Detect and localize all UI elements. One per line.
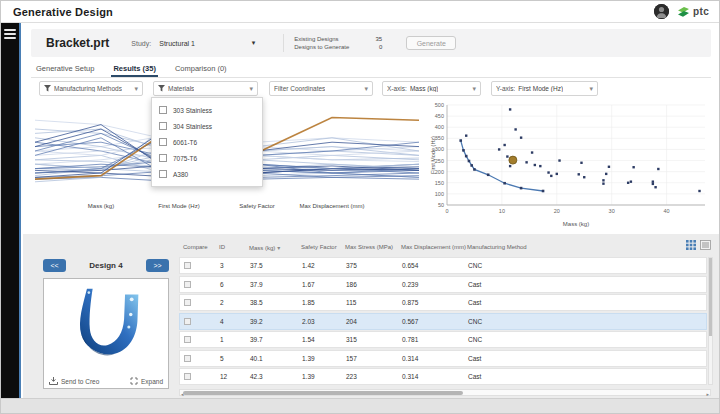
materials-option[interactable]: 7075-T6 — [152, 150, 262, 166]
scatter-point[interactable] — [605, 173, 607, 175]
checkbox-icon[interactable] — [159, 122, 167, 130]
scatter-point[interactable] — [657, 168, 659, 170]
scatter-point[interactable] — [652, 180, 654, 182]
table-horizontal-scrollbar[interactable]: ◂ ▸ — [179, 389, 711, 396]
materials-option-label: 7075-T6 — [173, 155, 197, 162]
table-vertical-scrollbar[interactable] — [708, 257, 713, 385]
checkbox-icon[interactable] — [159, 154, 167, 162]
materials-dropdown[interactable]: Materials ▾ — [153, 81, 258, 96]
scrollbar-thumb[interactable] — [183, 391, 463, 395]
svg-text:10: 10 — [499, 208, 505, 214]
table-row[interactable]: 439.22.032040.567CNC — [179, 313, 707, 330]
table-row[interactable]: 637.91.671860.239Cast — [179, 276, 707, 293]
scatter-point[interactable] — [509, 165, 511, 167]
table-row[interactable]: 337.51.423750.654CNC — [179, 257, 707, 274]
scroll-right-arrow[interactable]: ▸ — [706, 391, 709, 397]
y-axis-dropdown[interactable]: Y-axis: First Mode (Hz) ▾ — [491, 81, 598, 96]
scatter-point[interactable] — [558, 159, 560, 161]
pareto-point[interactable] — [465, 155, 468, 158]
generate-button[interactable]: Generate — [406, 36, 456, 50]
svg-text:300: 300 — [435, 146, 444, 152]
scatter-point[interactable] — [539, 165, 541, 167]
pareto-point[interactable] — [459, 139, 462, 142]
selected-design-point[interactable] — [509, 156, 517, 164]
scatter-point[interactable] — [520, 136, 522, 138]
pareto-point[interactable] — [473, 168, 476, 171]
scatter-point[interactable] — [525, 161, 527, 163]
tab-comparison[interactable]: Comparison (0) — [173, 61, 229, 77]
scatter-point[interactable] — [503, 144, 505, 146]
pareto-point[interactable] — [487, 173, 490, 176]
send-to-creo-button[interactable]: Send to Creo — [49, 377, 99, 385]
compare-checkbox[interactable] — [184, 262, 191, 269]
tab-generative-setup[interactable]: Generative Setup — [34, 61, 96, 77]
table-row[interactable]: 139.71.543150.781CNC — [179, 331, 707, 348]
checkbox-icon[interactable] — [159, 106, 167, 114]
user-avatar[interactable] — [654, 4, 669, 19]
scatter-point[interactable] — [630, 180, 632, 182]
x-axis-label: X-axis: — [387, 85, 407, 92]
send-to-creo-label: Send to Creo — [61, 378, 99, 385]
compare-checkbox[interactable] — [184, 373, 191, 380]
compare-checkbox[interactable] — [184, 299, 191, 306]
expand-button[interactable]: Expand — [130, 377, 163, 385]
scatter-point[interactable] — [698, 190, 700, 192]
scatter-point[interactable] — [514, 128, 516, 130]
compare-cell — [180, 299, 216, 306]
scatter-point[interactable] — [547, 171, 549, 173]
pareto-point[interactable] — [468, 160, 471, 163]
materials-option[interactable]: 304 Stainless — [152, 118, 262, 134]
compare-checkbox[interactable] — [184, 318, 191, 325]
compare-checkbox[interactable] — [184, 355, 191, 362]
scatter-point[interactable] — [627, 182, 629, 184]
checkbox-icon[interactable] — [159, 138, 167, 146]
study-select[interactable]: Structural 1 ▾ — [157, 37, 257, 49]
scatter-point[interactable] — [632, 166, 634, 168]
page-title: Generative Design — [13, 6, 113, 18]
scatter-plot[interactable]: 50100150200250300350400450500010203040Ma… — [429, 99, 713, 231]
scatter-point[interactable] — [580, 162, 582, 164]
pareto-point[interactable] — [462, 149, 465, 152]
materials-option[interactable]: 6061-T6 — [152, 134, 262, 150]
scatter-point[interactable] — [602, 179, 604, 181]
compare-checkbox[interactable] — [184, 281, 191, 288]
scatter-point[interactable] — [578, 173, 580, 175]
column-header[interactable]: Mass (kg)▾ — [245, 242, 297, 253]
manufacturing-methods-dropdown[interactable]: Manufacturing Methods ▾ — [39, 81, 143, 96]
scatter-point[interactable] — [531, 151, 533, 153]
pareto-point[interactable] — [470, 164, 473, 167]
mass-cell: 40.1 — [246, 355, 298, 362]
disp-cell: 0.654 — [398, 262, 464, 269]
scrollbar-thumb[interactable] — [709, 258, 712, 336]
tab-results[interactable]: Results (35) — [111, 61, 158, 77]
table-row[interactable]: 540.11.391570.314Cast — [179, 350, 707, 367]
scatter-point[interactable] — [602, 182, 604, 184]
menu-icon[interactable] — [4, 29, 16, 39]
table-row[interactable]: 1242.31.392230.314Cast — [179, 368, 707, 385]
compare-checkbox[interactable] — [184, 336, 191, 343]
scatter-point[interactable] — [583, 176, 585, 178]
scatter-point[interactable] — [608, 166, 610, 168]
next-design-button[interactable]: >> — [146, 259, 169, 272]
pareto-point[interactable] — [503, 182, 506, 185]
scatter-point[interactable] — [506, 155, 508, 157]
scatter-point[interactable] — [498, 148, 500, 150]
scatter-point[interactable] — [654, 186, 656, 188]
x-axis-dropdown[interactable]: X-axis: Mass (kg) ▾ — [382, 81, 481, 96]
filter-coordinates-dropdown[interactable]: Filter Coordinates ▾ — [269, 81, 373, 96]
previous-design-button[interactable]: << — [43, 259, 66, 272]
scatter-point[interactable] — [465, 134, 467, 136]
scatter-point[interactable] — [652, 183, 654, 185]
scatter-point[interactable] — [534, 164, 536, 166]
table-row[interactable]: 238.51.851150.875Cast — [179, 294, 707, 311]
scatter-point[interactable] — [556, 173, 558, 175]
materials-option[interactable]: 303 Stainless — [152, 102, 262, 118]
mass-cell: 37.5 — [246, 262, 298, 269]
scatter-point[interactable] — [550, 175, 552, 177]
materials-option[interactable]: A380 — [152, 166, 262, 182]
checkbox-icon[interactable] — [159, 170, 167, 178]
safety-cell: 1.67 — [298, 281, 342, 288]
pareto-point[interactable] — [520, 187, 523, 190]
scatter-point[interactable] — [509, 108, 511, 110]
pareto-point[interactable] — [542, 190, 545, 193]
